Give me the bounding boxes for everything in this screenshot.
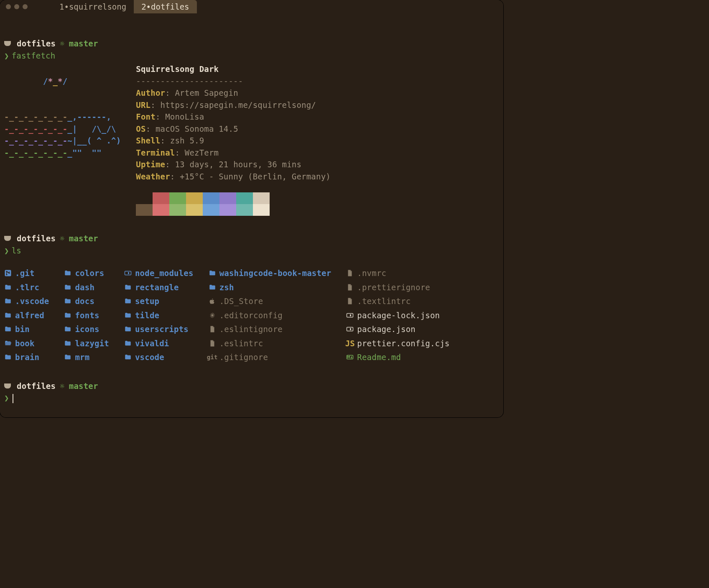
tab-label: 2•dotfiles [141, 1, 189, 13]
file-name: zsh [219, 281, 234, 294]
list-item: node_modules [124, 267, 194, 279]
list-item: Readme.md [346, 351, 449, 363]
info-value: : zsh 5.9 [161, 136, 204, 145]
folder-icon [4, 353, 12, 361]
command: ls [12, 246, 21, 255]
swatch [219, 204, 236, 216]
file-name: .editorconfig [219, 309, 283, 322]
folder-icon [124, 325, 132, 333]
file-name: .tlrc [15, 281, 39, 294]
zoom-icon[interactable] [23, 4, 28, 9]
git-branch: master [69, 233, 98, 245]
folder-icon [64, 269, 71, 277]
terminal-body[interactable]: dotfiles ☼ master ❯fastfetch /*_*/ -_-_-… [0, 13, 503, 408]
list-item: rectangle [124, 281, 194, 294]
list-item: washingcode-book-master [209, 267, 332, 279]
tab-1[interactable]: 1•squirrelsong [52, 0, 134, 13]
file-name: mrm [75, 351, 89, 363]
folder-icon [64, 312, 71, 319]
info-row: Uptime: 13 days, 21 hours, 36 mins [136, 159, 331, 171]
info-row: Author: Artem Sapegin [136, 87, 331, 99]
list-item: JSprettier.config.cjs [346, 337, 449, 350]
svg-rect-10 [350, 328, 351, 330]
minimize-icon[interactable] [14, 4, 19, 9]
ls-column: .git.tlrc.vscodealfredbinbookbrain [4, 267, 49, 363]
file-name: rectangle [135, 281, 179, 294]
info-value: : WezTerm [175, 148, 219, 157]
file-name: vivaldi [135, 337, 169, 350]
folder-icon [4, 297, 12, 305]
command-line[interactable]: ❯ [4, 392, 499, 404]
npm-icon [124, 269, 132, 277]
git-text-icon: git [207, 353, 218, 362]
swatch [253, 192, 270, 204]
color-swatches [136, 192, 331, 216]
folder-icon [4, 325, 12, 333]
svg-point-1 [6, 271, 8, 272]
info-row: Terminal: WezTerm [136, 147, 331, 159]
list-item: colors [64, 267, 109, 279]
info-value: : macOS Sonoma 14.5 [146, 124, 238, 133]
info-value: : +15°C - Sunny (Berlin, Germany) [170, 172, 331, 181]
git-icon [4, 269, 12, 277]
list-item: book [4, 337, 49, 350]
list-item: .vscode [4, 295, 49, 307]
file-name: package-lock.json [357, 309, 440, 322]
svg-point-3 [9, 273, 10, 274]
file-name: .git [15, 267, 35, 279]
swatch [236, 204, 253, 216]
swatch [153, 204, 169, 216]
file-name: .eslintrc [219, 337, 263, 350]
terminal-window: 1•squirrelsong 2•dotfiles dotfiles ☼ mas… [0, 0, 503, 417]
swatch [153, 192, 169, 204]
swatch [236, 192, 253, 204]
cwd: dotfiles [17, 233, 56, 245]
info-row: URL: https://sapegin.me/squirrelsong/ [136, 99, 331, 111]
file-name: tilde [135, 309, 159, 322]
close-icon[interactable] [6, 4, 11, 9]
info-row: Shell: zsh 5.9 [136, 135, 331, 147]
list-item: bin [4, 323, 49, 335]
folder-icon [4, 312, 12, 319]
file-name: bin [15, 323, 30, 335]
file-name: .vscode [15, 295, 49, 307]
info-key: Uptime [136, 160, 165, 169]
info-value: : 13 days, 21 hours, 36 mins [165, 160, 301, 169]
list-item: .nvmrc [346, 267, 449, 279]
list-item: brain [4, 351, 49, 363]
list-item: git.gitignore [209, 351, 332, 363]
file-name: setup [135, 295, 159, 307]
bowl-icon [4, 41, 11, 46]
swatch [169, 192, 186, 204]
file-name: lazygit [75, 337, 109, 350]
folder-icon [124, 353, 132, 361]
file-name: vscode [135, 351, 164, 363]
npm-icon [346, 312, 354, 319]
file-icon [346, 269, 354, 277]
list-item: vscode [124, 351, 194, 363]
info-row: Weather: +15°C - Sunny (Berlin, Germany) [136, 171, 331, 183]
command: fastfetch [12, 51, 56, 60]
file-icon [209, 340, 216, 347]
folder-icon [124, 284, 132, 291]
folder-open-icon [4, 340, 12, 347]
info-key: Author [136, 88, 165, 97]
sun-icon: ☼ [60, 233, 65, 245]
ascii-art: /*_*/ -_-_-_-_-_-_-_,------, -_-_-_-_-_-… [4, 63, 121, 216]
gear-icon [209, 312, 216, 319]
svg-rect-0 [5, 270, 11, 276]
folder-icon [64, 340, 71, 347]
ls-column: node_modulesrectanglesetuptildeuserscrip… [124, 267, 194, 363]
info-key: Shell [136, 136, 160, 145]
separator: ---------------------- [136, 75, 331, 87]
list-item: tilde [124, 309, 194, 322]
bowl-icon [4, 383, 11, 389]
file-name: Readme.md [357, 351, 401, 363]
titlebar: 1•squirrelsong 2•dotfiles [0, 0, 503, 13]
apple-icon [209, 297, 216, 305]
svg-rect-5 [128, 272, 129, 274]
sun-icon: ☼ [60, 380, 65, 392]
file-name: colors [75, 267, 104, 279]
tab-2[interactable]: 2•dotfiles [134, 0, 196, 13]
file-icon [209, 325, 216, 333]
